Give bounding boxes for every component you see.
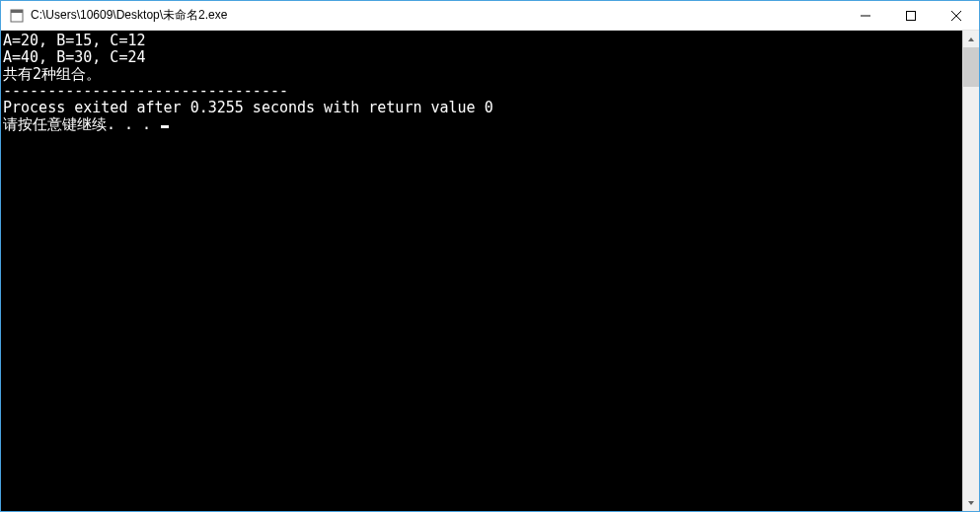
vertical-scrollbar[interactable] <box>962 31 979 511</box>
console-line: A=20, B=15, C=12 <box>3 33 962 49</box>
maximize-button[interactable] <box>888 1 934 30</box>
console-line: -------------------------------- <box>3 83 962 100</box>
console-output[interactable]: A=20, B=15, C=12A=40, B=30, C=24共有2种组合。-… <box>1 31 962 511</box>
console-window: C:\Users\10609\Desktop\未命名2.exe A=20, B= <box>0 0 980 512</box>
svg-marker-6 <box>968 37 974 41</box>
scrollbar-up-button[interactable] <box>963 31 979 47</box>
client-area: A=20, B=15, C=12A=40, B=30, C=24共有2种组合。-… <box>1 31 979 511</box>
scrollbar-thumb[interactable] <box>963 47 979 87</box>
console-line: 请按任意键继续. . . <box>3 116 962 133</box>
app-icon <box>9 8 25 24</box>
console-line: 共有2种组合。 <box>3 66 962 83</box>
svg-rect-3 <box>907 11 916 20</box>
svg-marker-7 <box>968 501 974 505</box>
scrollbar-down-button[interactable] <box>963 494 979 511</box>
console-line: A=40, B=30, C=24 <box>3 49 962 66</box>
text-cursor <box>161 125 169 128</box>
chevron-down-icon <box>967 499 975 507</box>
svg-rect-1 <box>11 10 23 13</box>
console-line: Process exited after 0.3255 seconds with… <box>3 100 962 116</box>
close-button[interactable] <box>934 1 979 30</box>
minimize-button[interactable] <box>843 1 888 30</box>
titlebar[interactable]: C:\Users\10609\Desktop\未命名2.exe <box>1 1 979 31</box>
minimize-icon <box>861 11 870 21</box>
chevron-up-icon <box>967 36 975 43</box>
scrollbar-track[interactable] <box>963 47 979 494</box>
close-icon <box>951 11 961 21</box>
window-controls <box>843 1 979 30</box>
maximize-icon <box>906 11 916 21</box>
window-title: C:\Users\10609\Desktop\未命名2.exe <box>31 7 843 24</box>
